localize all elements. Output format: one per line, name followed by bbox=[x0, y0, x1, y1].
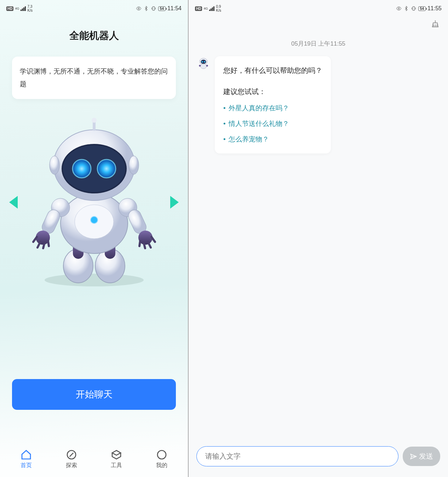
nav-label: 首页 bbox=[21, 462, 32, 469]
home-icon bbox=[21, 449, 32, 460]
suggestion-prompt: 建议您试试： bbox=[223, 85, 322, 98]
svg-point-26 bbox=[92, 118, 97, 123]
vibrate-icon bbox=[411, 6, 417, 11]
svg-point-35 bbox=[201, 64, 207, 69]
svg-point-28 bbox=[157, 450, 166, 459]
bottom-nav: 首页 探索 工具 我的 bbox=[0, 449, 188, 469]
signal-icon bbox=[21, 6, 26, 11]
carousel-next-icon[interactable] bbox=[170, 196, 179, 209]
page-title: 全能机器人 bbox=[0, 29, 188, 42]
suggestion-item[interactable]: 怎么养宠物？ bbox=[223, 133, 322, 145]
svg-point-34 bbox=[204, 61, 205, 63]
nav-mine[interactable]: 我的 bbox=[156, 449, 167, 469]
svg-point-0 bbox=[138, 8, 139, 9]
circle-icon bbox=[156, 449, 167, 460]
nav-explore[interactable]: 探索 bbox=[66, 449, 77, 469]
status-bar: HD 4G 0.9K/s 54 11:55 bbox=[189, 0, 448, 16]
send-button[interactable]: 发送 bbox=[403, 447, 440, 466]
svg-rect-30 bbox=[413, 7, 414, 11]
svg-point-23 bbox=[50, 156, 59, 174]
battery-icon: 54 bbox=[418, 6, 426, 11]
status-bar: HD 4G 7.3K/s 54 11:54 bbox=[0, 0, 188, 16]
greeting-text: 您好，有什么可以帮助您的吗？ bbox=[223, 64, 322, 77]
svg-point-2 bbox=[45, 274, 144, 286]
network-speed: 0.9K/s bbox=[216, 5, 221, 12]
chat-message-row: 您好，有什么可以帮助您的吗？ 建议您试试： 外星人真的存在吗？ 情人节送什么礼物… bbox=[189, 48, 448, 153]
carousel-prev-icon[interactable] bbox=[9, 196, 18, 209]
home-screen: HD 4G 7.3K/s 54 11:54 全能机器人 学识渊博，无所不通，无所… bbox=[0, 0, 189, 477]
send-icon bbox=[410, 453, 417, 460]
chat-screen: HD 4G 0.9K/s 54 11:55 05月19日 上午11:55 bbox=[189, 0, 448, 477]
svg-point-33 bbox=[201, 61, 203, 63]
network-speed: 7.3K/s bbox=[27, 5, 32, 12]
chat-header bbox=[189, 16, 448, 29]
broom-icon[interactable] bbox=[430, 19, 440, 29]
start-chat-button[interactable]: 开始聊天 bbox=[12, 379, 176, 410]
nav-label: 我的 bbox=[156, 462, 167, 469]
suggestion-item[interactable]: 情人节送什么礼物？ bbox=[223, 118, 322, 130]
description-bubble: 学识渊博，无所不通，无所不晓，专业解答您的问题 bbox=[12, 57, 176, 99]
nav-label: 工具 bbox=[111, 462, 122, 469]
clock: 11:54 bbox=[167, 5, 182, 12]
svg-point-29 bbox=[398, 8, 400, 9]
bluetooth-icon bbox=[143, 6, 149, 11]
network-type: 4G bbox=[203, 7, 208, 10]
svg-rect-1 bbox=[153, 7, 154, 11]
vibrate-icon bbox=[151, 6, 156, 11]
robot-image bbox=[30, 117, 158, 287]
eye-icon bbox=[136, 6, 142, 11]
clock: 11:55 bbox=[427, 5, 442, 12]
hd-badge: HD bbox=[195, 6, 202, 11]
svg-point-9 bbox=[91, 216, 98, 223]
robot-carousel bbox=[0, 103, 188, 301]
nav-home[interactable]: 首页 bbox=[21, 449, 32, 469]
nav-tools[interactable]: 工具 bbox=[111, 449, 122, 469]
network-type: 4G bbox=[15, 7, 19, 10]
signal-icon bbox=[209, 6, 214, 11]
chat-timestamp: 05月19日 上午11:55 bbox=[189, 40, 448, 48]
chat-bubble: 您好，有什么可以帮助您的吗？ 建议您试试： 外星人真的存在吗？ 情人节送什么礼物… bbox=[215, 56, 331, 153]
svg-point-24 bbox=[129, 156, 139, 174]
send-label: 发送 bbox=[419, 452, 433, 461]
nav-label: 探索 bbox=[66, 462, 77, 469]
message-input[interactable] bbox=[196, 446, 398, 466]
bot-avatar bbox=[196, 56, 211, 70]
hd-badge: HD bbox=[6, 6, 13, 11]
bluetooth-icon bbox=[403, 6, 409, 11]
compass-icon bbox=[66, 449, 77, 460]
svg-point-36 bbox=[199, 65, 201, 66]
eye-icon bbox=[396, 6, 402, 11]
battery-icon: 54 bbox=[158, 6, 166, 11]
message-input-bar: 发送 bbox=[196, 446, 440, 466]
suggestion-item[interactable]: 外星人真的存在吗？ bbox=[223, 102, 322, 114]
box-icon bbox=[111, 449, 122, 460]
svg-point-37 bbox=[206, 65, 208, 66]
